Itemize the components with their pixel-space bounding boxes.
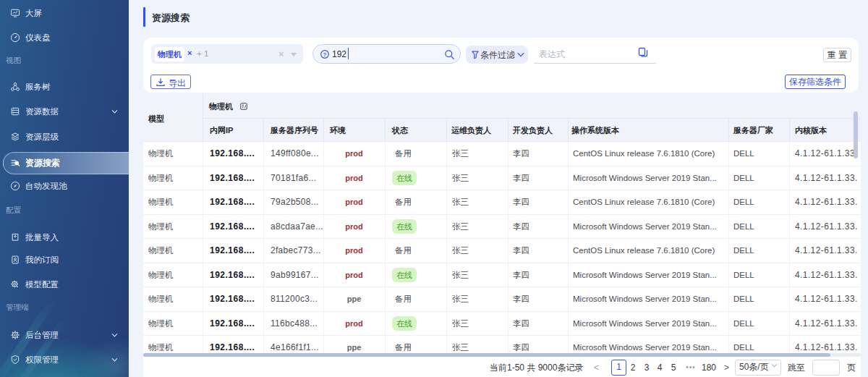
- svg-text:?: ?: [323, 51, 327, 57]
